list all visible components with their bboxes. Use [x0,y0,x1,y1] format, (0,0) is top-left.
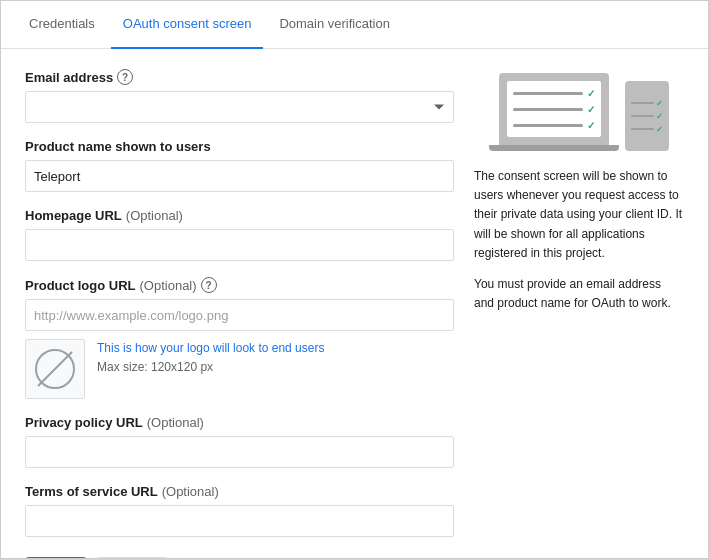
phone-bar-3 [631,128,654,130]
laptop-wrapper: ✓ ✓ ✓ [489,73,619,151]
product-logo-label: Product logo URL (Optional) ? [25,277,454,293]
email-label: Email address [25,70,113,85]
terms-service-group: Terms of service URL (Optional) [25,484,454,537]
privacy-policy-label: Privacy policy URL (Optional) [25,415,454,430]
screen-line-3: ✓ [513,120,595,131]
laptop-base [489,145,619,151]
logo-preview-row: This is how your logo will look to end u… [25,339,454,399]
phone-icon: ✓ ✓ ✓ [625,81,669,151]
phone-check-1: ✓ [656,99,663,108]
privacy-policy-group: Privacy policy URL (Optional) [25,415,454,468]
tab-bar: Credentials OAuth consent screen Domain … [1,1,708,49]
product-name-label: Product name shown to users [25,139,454,154]
phone-bar-1 [631,102,654,104]
homepage-url-label: Homepage URL (Optional) [25,208,454,223]
terms-service-label: Terms of service URL (Optional) [25,484,454,499]
privacy-policy-input[interactable] [25,436,454,468]
check-2: ✓ [587,104,595,115]
logo-info: This is how your logo will look to end u… [97,339,324,377]
line-bar-3 [513,124,583,127]
email-group: Email address ? [25,69,454,123]
laptop-screen: ✓ ✓ ✓ [507,81,601,137]
device-illustration: ✓ ✓ ✓ [474,73,684,151]
logo-info-line1: This is how your logo will look to end u… [97,339,324,358]
product-name-input[interactable] [25,160,454,192]
phone-line-1: ✓ [629,99,665,108]
info-text-1: The consent screen will be shown to user… [474,167,684,263]
phone-line-3: ✓ [629,125,665,134]
screen-line-2: ✓ [513,104,595,115]
email-label-row: Email address ? [25,69,454,85]
info-panel: ✓ ✓ ✓ [474,69,684,559]
email-select-wrapper [25,91,454,123]
main-content: Email address ? Product name shown to us… [1,49,708,559]
tab-credentials[interactable]: Credentials [17,1,107,49]
logo-placeholder [25,339,85,399]
product-logo-group: Product logo URL (Optional) ? This is ho… [25,277,454,399]
homepage-url-input[interactable] [25,229,454,261]
check-3: ✓ [587,120,595,131]
product-name-group: Product name shown to users [25,139,454,192]
email-help-icon[interactable]: ? [117,69,133,85]
logo-info-line2: Max size: 120x120 px [97,358,324,377]
tab-oauth-consent[interactable]: OAuth consent screen [111,1,264,49]
homepage-url-group: Homepage URL (Optional) [25,208,454,261]
line-bar-2 [513,108,583,111]
info-text-2: You must provide an email address and pr… [474,275,684,313]
tab-domain-verification[interactable]: Domain verification [267,1,402,49]
phone-check-2: ✓ [656,112,663,121]
phone-line-2: ✓ [629,112,665,121]
product-logo-input[interactable] [25,299,454,331]
phone-bar-2 [631,115,654,117]
form-section: Email address ? Product name shown to us… [25,69,454,559]
laptop-icon: ✓ ✓ ✓ [499,73,609,145]
line-bar-1 [513,92,583,95]
check-1: ✓ [587,88,595,99]
no-image-icon [35,349,75,389]
email-select[interactable] [25,91,454,123]
terms-service-input[interactable] [25,505,454,537]
screen-line-1: ✓ [513,88,595,99]
product-logo-help-icon[interactable]: ? [201,277,217,293]
phone-check-3: ✓ [656,125,663,134]
